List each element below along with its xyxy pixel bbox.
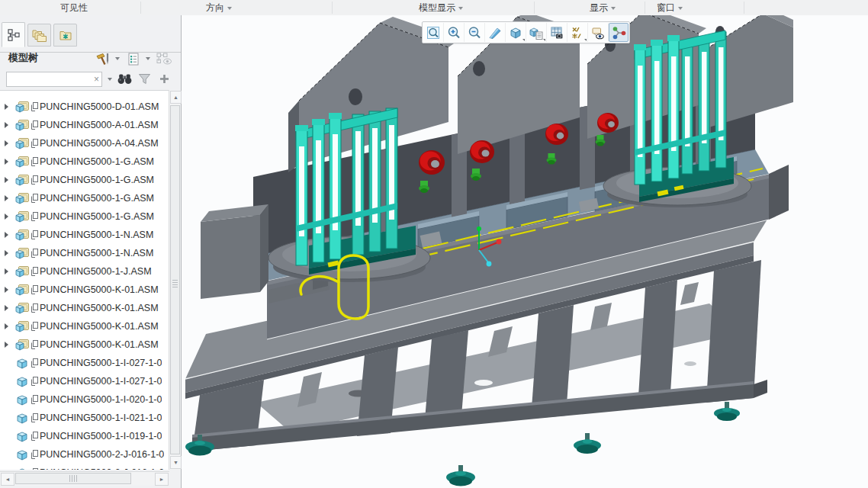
ribbon-group-2[interactable]: 方向 bbox=[206, 0, 232, 15]
repaint-icon bbox=[487, 25, 503, 40]
show-columns-button[interactable] bbox=[156, 50, 172, 67]
ribbon-group-1[interactable]: 可见性 bbox=[60, 0, 88, 15]
expander-icon[interactable] bbox=[5, 195, 14, 201]
funnel-icon bbox=[138, 73, 151, 85]
tree-item[interactable]: PUNCHING5000-K-01.ASM bbox=[0, 317, 169, 336]
tree-item[interactable]: PUNCHING5000-1-G.ASM bbox=[0, 189, 169, 207]
tree-item-label: PUNCHING5000-1-I-027-1-0 bbox=[40, 358, 162, 368]
expander-icon[interactable] bbox=[5, 159, 14, 165]
expander-icon[interactable] bbox=[5, 104, 14, 110]
tree-item[interactable]: PUNCHING5000-1-I-027-1-0 bbox=[0, 354, 169, 372]
zoom-in-button[interactable] bbox=[444, 23, 465, 42]
annotation-display-button[interactable] bbox=[588, 23, 609, 42]
tree-item-label: PUNCHING5000-1-G.ASM bbox=[40, 156, 154, 167]
tree-item[interactable]: PUNCHING5000-1-N.ASM bbox=[0, 244, 169, 262]
machine-3d-model[interactable] bbox=[182, 15, 868, 488]
assembly-icon bbox=[15, 303, 29, 314]
assembly-icon bbox=[15, 266, 29, 278]
part-icon bbox=[15, 431, 29, 442]
component-badge-icon bbox=[31, 120, 38, 130]
tree-vertical-scrollbar[interactable]: ▲ ▼ bbox=[169, 90, 181, 470]
refit-button[interactable] bbox=[423, 23, 444, 42]
folder-browser-tab[interactable] bbox=[27, 24, 51, 47]
expander-icon[interactable] bbox=[5, 214, 14, 220]
spin-center-button[interactable] bbox=[609, 23, 628, 42]
ribbon-group-4[interactable]: 显示 bbox=[590, 0, 616, 15]
assembly-icon bbox=[15, 138, 29, 149]
scroll-up-arrow[interactable]: ▲ bbox=[170, 91, 182, 104]
tree-item[interactable]: PUNCHING5000-A-04.ASM bbox=[0, 134, 169, 152]
tree-item-label: PUNCHING5000-2-J-016-1-0 bbox=[40, 467, 164, 470]
component-badge-icon bbox=[31, 230, 38, 239]
clear-search-icon[interactable]: × bbox=[94, 74, 99, 85]
tree-eye-icon bbox=[156, 53, 172, 66]
model-tree-tab[interactable] bbox=[2, 22, 25, 47]
horizontal-scroll-thumb[interactable] bbox=[15, 473, 131, 484]
tree-horizontal-scrollbar[interactable]: ◄ ► bbox=[0, 471, 169, 486]
tree-settings-dropdown[interactable] bbox=[143, 50, 153, 67]
tree-item[interactable]: PUNCHING5000-1-J.ASM bbox=[0, 262, 169, 281]
tree-item[interactable]: PUNCHING5000-2-J-016-1-0 bbox=[0, 445, 169, 464]
component-badge-icon bbox=[31, 377, 38, 386]
tree-item[interactable]: PUNCHING5000-1-G.ASM bbox=[0, 171, 169, 189]
tree-item[interactable]: PUNCHING5000-K-01.ASM bbox=[0, 336, 169, 354]
expander-icon[interactable] bbox=[5, 268, 14, 274]
tree-item[interactable]: PUNCHING5000-1-I-027-1-0 bbox=[0, 372, 169, 390]
filter-button[interactable] bbox=[136, 70, 153, 87]
expander-icon[interactable] bbox=[5, 342, 14, 348]
vertical-scroll-thumb[interactable] bbox=[170, 105, 180, 454]
tree-tools-dropdown[interactable] bbox=[113, 50, 122, 67]
expander-icon[interactable] bbox=[5, 232, 14, 238]
tree-settings-button[interactable] bbox=[125, 50, 142, 67]
expander-icon[interactable] bbox=[5, 305, 14, 311]
view-manager-button[interactable] bbox=[547, 23, 567, 42]
expander-icon[interactable] bbox=[5, 323, 14, 329]
tree-item[interactable]: PUNCHING5000-1-I-021-1-0 bbox=[0, 409, 169, 427]
tree-item[interactable]: PUNCHING5000-1-G.ASM bbox=[0, 152, 169, 171]
add-filter-button[interactable] bbox=[156, 70, 172, 87]
expander-icon[interactable] bbox=[5, 177, 14, 183]
display-style-button[interactable] bbox=[506, 23, 526, 42]
tree-item[interactable]: PUNCHING5000-K-01.ASM bbox=[0, 281, 169, 299]
search-input[interactable] bbox=[8, 73, 91, 87]
scroll-down-arrow[interactable]: ▼ bbox=[170, 456, 182, 469]
expander-icon[interactable] bbox=[5, 122, 14, 128]
datum-display-filters-button[interactable] bbox=[567, 23, 588, 42]
tree-item[interactable]: PUNCHING5000-1-G.ASM bbox=[0, 207, 169, 226]
search-options-dropdown[interactable] bbox=[105, 71, 114, 88]
search-box[interactable]: × bbox=[6, 72, 102, 87]
tree-item[interactable]: PUNCHING5000-1-N.ASM bbox=[0, 226, 169, 244]
expander-icon[interactable] bbox=[5, 250, 14, 256]
folders-icon bbox=[32, 29, 47, 42]
assembly-icon bbox=[15, 321, 29, 332]
tree-item-label: PUNCHING5000-D-01.ASM bbox=[40, 101, 159, 112]
tree-item-label: PUNCHING5000-A-01.ASM bbox=[40, 120, 159, 130]
tree-item-label: PUNCHING5000-2-J-016-1-0 bbox=[40, 449, 164, 460]
saved-orientations-button[interactable] bbox=[526, 23, 547, 42]
tree-item[interactable]: PUNCHING5000-D-01.ASM bbox=[0, 98, 169, 116]
graphics-viewport[interactable] bbox=[182, 15, 868, 488]
hammer-tools-icon bbox=[96, 53, 111, 66]
ribbon-group-5[interactable]: 窗口 bbox=[657, 0, 683, 15]
tree-item[interactable]: PUNCHING5000-1-I-019-1-0 bbox=[0, 427, 169, 445]
tree-item[interactable]: PUNCHING5000-K-01.ASM bbox=[0, 299, 169, 317]
expander-icon[interactable] bbox=[5, 287, 14, 293]
favorites-tab[interactable] bbox=[53, 24, 77, 47]
tree-item[interactable]: PUNCHING5000-1-I-020-1-0 bbox=[0, 390, 169, 409]
component-badge-icon bbox=[31, 249, 38, 258]
tree-tools-button[interactable] bbox=[95, 50, 111, 67]
component-badge-icon bbox=[31, 102, 38, 111]
zoom-out-button[interactable] bbox=[465, 23, 485, 42]
navigator-tabs bbox=[0, 21, 181, 47]
scroll-right-arrow[interactable]: ► bbox=[155, 473, 169, 486]
expander-icon[interactable] bbox=[5, 140, 14, 146]
scroll-left-arrow[interactable]: ◄ bbox=[1, 473, 14, 486]
tree-item[interactable]: PUNCHING5000-A-01.ASM bbox=[0, 116, 169, 134]
panel-title: 模型树 bbox=[8, 51, 38, 65]
find-button[interactable] bbox=[116, 70, 133, 87]
ribbon-group-3[interactable]: 模型显示 bbox=[419, 0, 463, 15]
component-badge-icon bbox=[31, 322, 38, 331]
tree-item[interactable]: PUNCHING5000-2-J-016-1-0 bbox=[0, 464, 169, 470]
component-badge-icon bbox=[31, 468, 38, 470]
repaint-button[interactable] bbox=[485, 23, 506, 42]
